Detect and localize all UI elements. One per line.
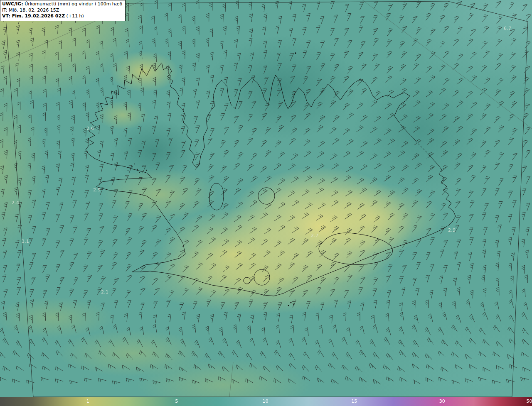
map-frame (6, 1, 528, 397)
valid-label: VT: (2, 13, 10, 19)
weather-map-page: { "header": { "product": "UWC/IG:", "tit… (0, 0, 532, 406)
colorbar-tick-30: 30 (439, 397, 445, 406)
coastline-overlay (0, 0, 532, 397)
field-value-label: 3.1 (22, 239, 29, 244)
valid-time-line: VT: Fim. 19.02.2026 02Z (+11 h) (2, 13, 122, 20)
glacier-outline (319, 233, 392, 265)
field-value-label: 2.9 (93, 187, 101, 193)
glacier-outlines (209, 183, 392, 285)
graticule-line (229, 362, 233, 397)
glacier-outline (258, 188, 275, 204)
map-title: Úrkomumætti (mm) og vindur i 100m hæð (23, 1, 123, 7)
field-value-label: 2.4 (12, 200, 19, 205)
colorbar-tick-5: 5 (175, 397, 178, 406)
init-time: Mið. 18. 02. 2026 15Z (7, 7, 59, 13)
glacier-outline (244, 277, 250, 284)
graticule-line (362, 0, 532, 129)
init-time-line: IT: Mið. 18. 02. 2026 15Z (2, 7, 122, 14)
precipitation-field: 6.72.62.92.43.12.12.72.9 UWC/IG: Úrkomum… (0, 0, 532, 397)
valid-offset: (+11 h) (65, 13, 84, 19)
graticule-lines (0, 0, 532, 397)
island-dots (128, 52, 296, 306)
valid-time-bold: VT: Fim. 19.02.2026 02Z (2, 13, 65, 19)
map-info-box: UWC/IG: Úrkomumætti (mm) og vindur i 100… (0, 0, 126, 21)
colorbar-tick-1: 1 (86, 397, 89, 406)
product-id: UWC/IG: (2, 1, 23, 7)
colorbar-ticks: 1510153050 (0, 397, 532, 406)
field-value-label: 2.9 (448, 227, 456, 233)
product-title-line: UWC/IG: Úrkomumætti (mm) og vindur i 100… (2, 1, 122, 7)
field-value-label: 2.1 (101, 289, 108, 295)
field-value-label: 6.7 (504, 26, 511, 31)
glacier-outline (209, 183, 224, 210)
precipitation-colorbar: 1510153050 (0, 397, 532, 406)
glacier-outline (254, 269, 270, 285)
field-value-label: 2.7 (311, 233, 318, 238)
init-label: IT: (2, 7, 7, 13)
field-value-label: 2.6 (86, 126, 94, 131)
valid-time: Fim. 19.02.2026 02Z (10, 13, 65, 19)
colorbar-tick-10: 10 (263, 397, 268, 406)
iceland-coastline (86, 63, 456, 296)
colorbar-tick-50: 50 (527, 397, 532, 406)
colorbar-tick-15: 15 (351, 397, 357, 406)
